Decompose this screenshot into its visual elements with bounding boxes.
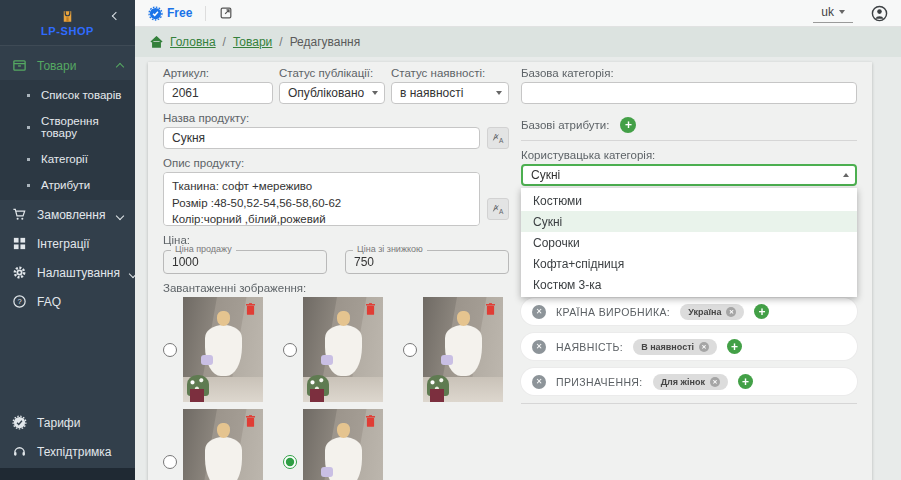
translate-icon: A A	[492, 203, 505, 216]
breadcrumb-separator: /	[223, 35, 226, 49]
products-submenu: Список товарів Створення товару Категорі…	[0, 80, 135, 200]
sidebar-item-label: FAQ	[37, 295, 61, 309]
topbar: Free uk	[135, 0, 901, 27]
trash-icon	[366, 303, 375, 315]
breadcrumb-home-link[interactable]: Головна	[170, 35, 216, 49]
publish-status-value: Опубліковано	[288, 86, 364, 100]
sub-item-label: Категорії	[41, 153, 88, 165]
sidebar-item-faq[interactable]: ? FAQ	[0, 287, 135, 316]
translate-name-button[interactable]: A A	[487, 127, 509, 149]
trash-icon	[366, 415, 375, 427]
sidebar-item-orders[interactable]: Замовлення	[0, 200, 135, 229]
image-radio[interactable]	[163, 343, 177, 357]
sidebar-footer	[0, 468, 135, 480]
image-item	[283, 409, 383, 480]
open-storefront-button[interactable]	[219, 6, 233, 20]
image-radio-selected[interactable]	[283, 455, 297, 469]
sidebar-collapse-button[interactable]	[113, 8, 125, 20]
sidebar-item-integrations[interactable]: Інтеграції	[0, 229, 135, 258]
custom-category-dropdown: Костюми Сукні Сорочки Кофта+спідниця Кос…	[521, 188, 857, 297]
language-select[interactable]: uk	[813, 3, 853, 23]
delete-image-button[interactable]	[366, 415, 375, 427]
publish-status-select[interactable]: Опубліковано	[279, 82, 385, 104]
sidebar-item-settings[interactable]: Налаштування	[0, 258, 135, 287]
product-photo	[183, 297, 263, 402]
delete-image-button[interactable]	[366, 303, 375, 315]
chevron-down-icon	[117, 208, 123, 222]
delete-image-button[interactable]	[486, 303, 495, 315]
base-attributes-label: Базові атрибути:	[521, 119, 609, 131]
sale-price-label: Ціна продажу	[171, 244, 236, 254]
remove-attribute-button[interactable]	[532, 305, 546, 319]
bullet-icon	[27, 158, 30, 161]
base-category-input[interactable]	[521, 82, 857, 104]
sale-price-input[interactable]	[164, 251, 326, 273]
translate-description-button[interactable]: A A	[487, 198, 509, 220]
bullet-icon	[27, 94, 30, 97]
custom-category-value: Сукні	[531, 168, 560, 182]
attribute-tag-label: Для жінок	[661, 377, 705, 387]
sidebar-item-attributes[interactable]: Атрибути	[0, 172, 135, 198]
custom-category-select[interactable]: Сукні	[521, 164, 857, 186]
remove-attribute-button[interactable]	[532, 340, 546, 354]
dropdown-option[interactable]: Костюм 3-ка	[521, 274, 857, 295]
description-textarea[interactable]: Тканина: софт +мереживо Розмір :48-50,52…	[163, 172, 480, 226]
remove-tag-button[interactable]	[710, 377, 720, 387]
dropdown-option[interactable]: Сорочки	[521, 232, 857, 253]
user-menu-button[interactable]	[871, 5, 888, 22]
add-attribute-value-button[interactable]	[727, 339, 742, 354]
product-photo	[423, 297, 503, 402]
stock-status-select[interactable]: в наявності	[391, 82, 509, 104]
product-name-label: Назва продукту:	[163, 112, 509, 124]
divider	[521, 403, 857, 404]
dropdown-option-selected[interactable]: Сукні	[521, 211, 857, 232]
attribute-row-purpose: ПРИЗНАЧЕННЯ: Для жінок	[521, 368, 857, 395]
remove-tag-button[interactable]	[699, 342, 709, 352]
sidebar-item-categories[interactable]: Категорії	[0, 146, 135, 172]
language-value: uk	[821, 5, 834, 19]
remove-tag-button[interactable]	[726, 307, 736, 317]
plan-badge[interactable]: Free	[148, 6, 192, 21]
remove-attribute-button[interactable]	[532, 375, 546, 389]
base-category-label: Базова категорія:	[521, 67, 857, 79]
chevron-down-icon	[372, 91, 378, 95]
add-attribute-value-button[interactable]	[754, 304, 769, 319]
sidebar-item-label: Тарифи	[37, 416, 80, 430]
chevron-up-icon	[117, 59, 123, 73]
add-attribute-value-button[interactable]	[738, 374, 753, 389]
image-radio[interactable]	[403, 343, 417, 357]
sku-label: Артикул:	[163, 67, 273, 79]
image-radio[interactable]	[163, 455, 177, 469]
sidebar-item-products[interactable]: Товари	[0, 51, 135, 80]
sidebar-item-label: Налаштування	[37, 266, 120, 280]
attribute-tag: Україна	[680, 304, 744, 320]
delete-image-button[interactable]	[246, 415, 255, 427]
breadcrumb: Головна / Товари / Редагування	[135, 27, 901, 57]
sidebar-item-create-product[interactable]: Створення товару	[0, 108, 135, 146]
chevron-down-icon	[496, 91, 502, 95]
translate-icon: A A	[492, 132, 505, 145]
add-base-attribute-button[interactable]	[620, 117, 636, 133]
sidebar-item-support[interactable]: Техпідтримка	[0, 437, 135, 466]
discount-price-field: Ціна зі знижкою	[345, 250, 509, 274]
attribute-row-availability: НАЯВНІСТЬ: В наявності	[521, 333, 857, 360]
topbar-divider	[205, 6, 206, 21]
images-label: Завантаженні зображення:	[163, 282, 509, 294]
product-name-input[interactable]	[163, 127, 480, 149]
delete-image-button[interactable]	[246, 303, 255, 315]
breadcrumb-products-link[interactable]: Товари	[233, 35, 272, 49]
sku-input[interactable]	[163, 82, 273, 104]
dropdown-option[interactable]: Кофта+спідниця	[521, 253, 857, 274]
sidebar-item-tariffs[interactable]: Тарифи	[0, 408, 135, 437]
dropdown-option[interactable]: Костюми	[521, 190, 857, 211]
discount-price-input[interactable]	[346, 251, 508, 273]
sub-item-label: Атрибути	[41, 179, 90, 191]
sidebar-item-label: Техпідтримка	[37, 445, 112, 459]
image-radio[interactable]	[283, 343, 297, 357]
chevron-left-icon	[112, 12, 120, 20]
avatar-icon	[871, 5, 888, 22]
sale-price-field: Ціна продажу	[163, 250, 327, 274]
sidebar-item-product-list[interactable]: Список товарів	[0, 82, 135, 108]
trash-icon	[246, 303, 255, 315]
sub-item-label: Створення товару	[41, 115, 125, 139]
